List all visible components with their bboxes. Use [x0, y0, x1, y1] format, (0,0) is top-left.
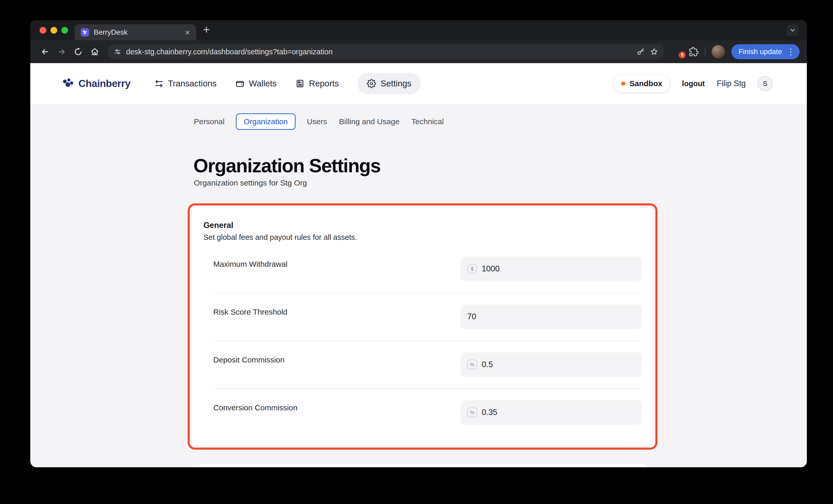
browser-tab[interactable]: BerryDesk ×	[75, 24, 196, 40]
deposit-commission-input[interactable]	[482, 360, 635, 369]
general-settings-card: General Set global fees and payout rules…	[191, 207, 654, 446]
conversion-commission-input[interactable]	[482, 408, 635, 417]
card-title: General	[204, 221, 642, 230]
setting-row-risk-score-threshold: Risk Score Threshold	[213, 293, 642, 341]
maximum-withdrawal-field[interactable]: $	[460, 257, 642, 281]
extension-button[interactable]: 9	[672, 46, 684, 57]
brand-name: Chainberry	[78, 78, 130, 89]
address-bar[interactable]: desk-stg.chainberry.com/dashboard/settin…	[108, 44, 665, 59]
close-tab-icon[interactable]: ×	[185, 28, 190, 37]
highlight-annotation-border: General Set global fees and payout rules…	[188, 203, 658, 450]
finish-update-button[interactable]: Finish update ⋮	[731, 44, 800, 59]
app-header: Chainberry Transactions Wallets	[30, 63, 807, 104]
page-subtitle: Organization settings for Stg Org	[194, 178, 807, 187]
gear-icon	[367, 79, 376, 88]
tab-organization[interactable]: Organization	[236, 113, 295, 130]
nav-label: Reports	[309, 79, 339, 89]
nav-label: Transactions	[168, 79, 217, 89]
bookmark-star-icon[interactable]	[650, 48, 658, 56]
tab-technical[interactable]: Technical	[411, 114, 444, 130]
site-settings-icon[interactable]	[114, 48, 121, 56]
window-controls	[40, 27, 68, 34]
tab-title: BerryDesk	[94, 28, 180, 36]
nav-label: Settings	[381, 79, 411, 89]
new-tab-button[interactable]: +	[203, 24, 210, 35]
extension-badge: 9	[679, 51, 686, 58]
browser-tabstrip: BerryDesk × +	[30, 20, 807, 40]
tab-users[interactable]: Users	[307, 114, 328, 130]
deposit-commission-field[interactable]: %	[460, 352, 642, 377]
tab-search-chevron-icon[interactable]	[787, 25, 799, 36]
nav-item-reports[interactable]: Reports	[295, 79, 339, 89]
nav-label: Wallets	[249, 79, 277, 89]
tab-billing-and-usage[interactable]: Billing and Usage	[339, 114, 400, 130]
setting-row-maximum-withdrawal: Maximum Withdrawal $	[213, 245, 642, 293]
row-label: Risk Score Threshold	[213, 308, 287, 317]
row-label: Deposit Commission	[213, 355, 284, 364]
extensions-puzzle-icon[interactable]	[689, 47, 699, 57]
conversion-commission-field[interactable]: %	[460, 400, 642, 425]
browser-profile-avatar[interactable]	[712, 45, 725, 58]
tab-personal[interactable]: Personal	[193, 114, 225, 130]
user-avatar[interactable]: S	[758, 76, 773, 91]
berrydesk-favicon	[81, 28, 89, 36]
setting-row-deposit-commission: Deposit Commission %	[213, 341, 642, 388]
next-card-sliver	[197, 464, 648, 467]
reload-icon[interactable]	[71, 44, 86, 59]
risk-score-threshold-field[interactable]	[460, 304, 642, 329]
row-label: Maximum Withdrawal	[213, 260, 288, 269]
browser-menu-kebab-icon[interactable]: ⋮	[785, 48, 797, 56]
percent-icon: %	[467, 360, 477, 370]
logout-link[interactable]: logout	[682, 79, 705, 88]
settings-tabs: Personal Organization Users Billing and …	[193, 113, 807, 130]
forward-icon[interactable]	[54, 44, 69, 59]
home-icon[interactable]	[87, 44, 102, 59]
browser-window: BerryDesk × + desk-stg.chainberry.com/da…	[30, 20, 807, 467]
percent-icon: %	[467, 407, 477, 417]
close-window-button[interactable]	[40, 27, 46, 34]
main-nav: Transactions Wallets Reports	[154, 73, 421, 94]
maximum-withdrawal-input[interactable]	[482, 264, 635, 274]
toolbar-divider	[705, 47, 706, 56]
nav-item-settings[interactable]: Settings	[357, 73, 421, 94]
brand-logo[interactable]: Chainberry	[61, 77, 130, 90]
reports-icon	[295, 79, 305, 88]
chainberry-logo-icon	[61, 77, 75, 90]
page-body: Chainberry Transactions Wallets	[30, 63, 807, 467]
nav-item-transactions[interactable]: Transactions	[154, 79, 217, 89]
page-title: Organization Settings	[193, 156, 807, 176]
user-name: Filip Stg	[717, 79, 746, 88]
url-text: desk-stg.chainberry.com/dashboard/settin…	[126, 48, 632, 56]
password-key-icon[interactable]	[637, 48, 645, 56]
sandbox-dot-icon	[621, 81, 625, 86]
card-description: Set global fees and payout rules for all…	[204, 233, 642, 242]
minimize-window-button[interactable]	[50, 27, 57, 34]
setting-row-conversion-commission: Conversion Commission %	[213, 388, 642, 436]
back-icon[interactable]	[38, 44, 52, 59]
nav-item-wallets[interactable]: Wallets	[235, 79, 277, 89]
dollar-icon: $	[467, 264, 477, 274]
risk-score-threshold-input[interactable]	[467, 312, 635, 321]
browser-toolbar: desk-stg.chainberry.com/dashboard/settin…	[30, 40, 807, 63]
row-label: Conversion Commission	[213, 403, 298, 412]
zoom-window-button[interactable]	[61, 27, 68, 34]
wallet-icon	[235, 79, 245, 88]
transactions-icon	[154, 79, 164, 88]
app-header-right: Sandbox logout Filip Stg S	[614, 75, 773, 92]
settings-rows: Maximum Withdrawal $ Risk Score Threshol…	[213, 245, 642, 436]
environment-badge: Sandbox	[614, 75, 670, 92]
